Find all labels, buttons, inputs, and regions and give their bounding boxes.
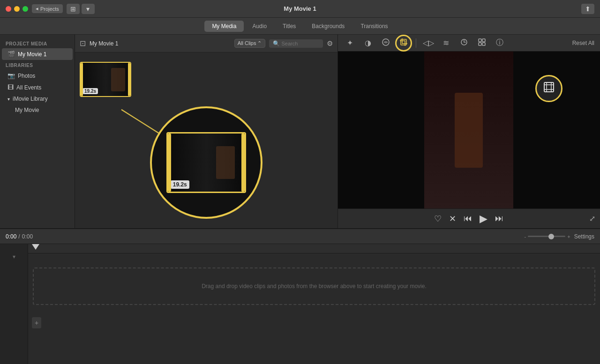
timeline-empty-message: Drag and drop video clips and photos fro… xyxy=(197,278,431,294)
zoom-handle-right[interactable] xyxy=(241,134,245,192)
sidebar-item-imovie-library[interactable]: ▾ iMovie Library xyxy=(2,93,73,104)
favorite-button[interactable]: ♡ xyxy=(434,214,442,224)
equalizer-button[interactable]: ≋ xyxy=(440,37,453,50)
stabilize-button[interactable] xyxy=(475,37,488,50)
svg-rect-2 xyxy=(401,39,406,45)
projects-button[interactable]: ◂ Projects xyxy=(32,4,63,13)
timeline-tracks: + Drag and drop video clips and photos f… xyxy=(28,267,600,364)
crop-overlay-button[interactable] xyxy=(535,75,562,102)
svg-rect-7 xyxy=(482,43,485,45)
sidebar-item-my-movie[interactable]: My Movie xyxy=(2,104,73,116)
info-icon: ⓘ xyxy=(496,38,503,48)
sidebar: PROJECT MEDIA 🎬 My Movie 1 LIBRARIES 📷 P… xyxy=(0,35,75,228)
preview-video xyxy=(338,52,600,208)
color-button[interactable]: ◑ xyxy=(361,37,375,50)
audio-volume-button[interactable]: ◁▷ xyxy=(422,37,435,50)
projects-label: Projects xyxy=(40,6,59,12)
add-audio-button[interactable]: + xyxy=(32,317,41,328)
zoom-clip-right xyxy=(206,134,245,192)
timeline-area: 0:00 / 0:00 - + Settings ▾ xyxy=(0,228,600,364)
tab-my-media[interactable]: My Media xyxy=(204,21,244,32)
tab-titles[interactable]: Titles xyxy=(275,21,303,32)
preview-left-area xyxy=(338,52,425,208)
timeline-zoom-control: - + xyxy=(525,234,570,239)
zoom-slider[interactable] xyxy=(528,236,565,237)
arrow-down-icon: ▾ xyxy=(8,97,10,102)
clip-thumbnail[interactable]: 19.2s xyxy=(80,62,131,97)
timeline-playhead xyxy=(32,244,39,250)
skip-back-button[interactable]: ⏮ xyxy=(464,214,472,223)
titlebar: ◂ Projects ⊞ ▾ My Movie 1 ⬆ xyxy=(0,0,600,18)
skip-forward-button[interactable]: ⏭ xyxy=(495,214,503,223)
zoom-in-icon: + xyxy=(567,234,570,239)
preview-subject-figure xyxy=(455,93,483,168)
libraries-label: LIBRARIES xyxy=(0,60,75,70)
zoom-handle-left[interactable] xyxy=(168,134,171,192)
zoom-clip-figure xyxy=(216,146,235,179)
time-separator: / xyxy=(18,233,20,240)
sidebar-label-my-movie-1: My Movie 1 xyxy=(18,51,46,58)
tab-backgrounds[interactable]: Backgrounds xyxy=(304,21,352,32)
tabbar: My Media Audio Titles Backgrounds Transi… xyxy=(0,18,600,35)
info-button[interactable]: ⓘ xyxy=(493,37,506,50)
grid-view-button[interactable]: ⊞ xyxy=(67,4,80,14)
timeline-toolbar: 0:00 / 0:00 - + Settings xyxy=(0,229,600,244)
crop-icon xyxy=(400,38,407,48)
timeline-playhead-marker: ▾ xyxy=(13,253,15,260)
expand-button[interactable]: ⤢ xyxy=(589,214,595,223)
reject-button[interactable]: ✕ xyxy=(449,214,456,224)
sidebar-label-photos: Photos xyxy=(18,73,35,79)
timeline-drop-zone[interactable]: Drag and drop video clips and photos fro… xyxy=(33,267,595,305)
timeline-content: ▾ + Drag and drop video clips and photos… xyxy=(0,244,600,364)
close-button[interactable] xyxy=(6,6,11,12)
timeline-settings-button[interactable]: Settings xyxy=(574,233,594,240)
events-icon: 🎞 xyxy=(8,84,14,91)
timeline-main: + Drag and drop video clips and photos f… xyxy=(28,244,600,364)
clips-dropdown[interactable]: All Clips ⌃ xyxy=(234,39,265,48)
sidebar-item-all-events[interactable]: 🎞 All Events xyxy=(2,82,73,93)
tab-transitions[interactable]: Transitions xyxy=(353,21,395,32)
sidebar-label-all-events: All Events xyxy=(16,84,41,91)
crop-preview-icon xyxy=(543,81,555,96)
sidebar-item-my-movie-1[interactable]: 🎬 My Movie 1 xyxy=(2,48,73,60)
filter-icon xyxy=(382,38,390,48)
crop-button[interactable] xyxy=(397,37,410,50)
timeline-controls-right: - + Settings xyxy=(525,233,594,240)
filter-button[interactable] xyxy=(379,37,392,50)
crop-tool-highlight xyxy=(397,37,410,50)
project-media-label: PROJECT MEDIA xyxy=(0,38,75,48)
share-button[interactable]: ⬆ xyxy=(581,4,594,14)
svg-rect-4 xyxy=(479,39,481,42)
preview-center-area xyxy=(424,52,513,208)
zoom-clip: 19.2s xyxy=(166,132,246,193)
back-nav-button[interactable]: ▾ xyxy=(82,4,95,14)
titlebar-right: ⬆ xyxy=(581,4,594,14)
maximize-button[interactable] xyxy=(22,6,28,12)
browser-settings-button[interactable]: ⚙ xyxy=(327,39,333,48)
zoom-circle: 19.2s xyxy=(150,106,262,219)
search-input[interactable] xyxy=(282,41,319,46)
play-button[interactable]: ▶ xyxy=(480,213,488,225)
minimize-button[interactable] xyxy=(14,6,20,12)
speed-button[interactable] xyxy=(458,37,471,50)
reset-all-button[interactable]: Reset All xyxy=(572,40,594,46)
svg-rect-5 xyxy=(482,39,485,42)
zoom-clip-duration: 19.2s xyxy=(171,180,189,189)
preview-toolbar: ✦ ◑ xyxy=(338,35,600,52)
magic-wand-button[interactable]: ✦ xyxy=(344,37,357,50)
preview-right-area xyxy=(513,52,600,208)
tab-audio[interactable]: Audio xyxy=(245,21,274,32)
sidebar-item-photos[interactable]: 📷 Photos xyxy=(2,70,73,82)
search-icon: 🔍 xyxy=(273,40,280,47)
browser-panel: ⊡ My Movie 1 All Clips ⌃ 🔍 ⚙ 19. xyxy=(75,35,338,228)
search-field[interactable]: 🔍 xyxy=(269,39,323,48)
color-icon: ◑ xyxy=(365,38,371,47)
preview-video-content xyxy=(338,52,600,208)
browser-project-label: My Movie 1 xyxy=(90,40,118,47)
magic-wand-icon: ✦ xyxy=(347,38,353,47)
zoom-slider-thumb[interactable] xyxy=(548,234,554,239)
skip-back-icon: ⏮ xyxy=(464,214,472,223)
browser-toggle-button[interactable]: ⊡ xyxy=(80,39,86,48)
current-time: 0:00 xyxy=(6,233,16,240)
timeline-time: 0:00 / 0:00 xyxy=(6,233,33,240)
